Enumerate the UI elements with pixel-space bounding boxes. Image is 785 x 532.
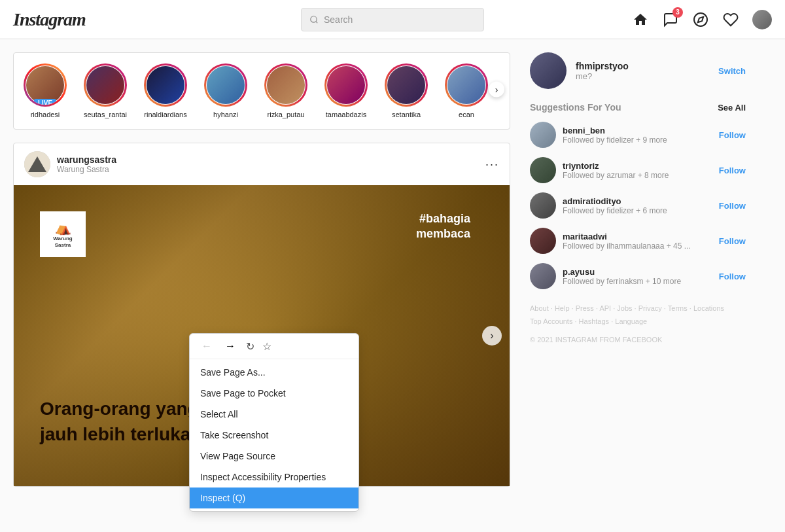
story-item-seutas[interactable]: seutas_rantai <box>79 63 131 118</box>
suggestion-info-admir: admiratiodityo Followed by fidelizer + 6… <box>563 196 712 215</box>
context-menu-save-pocket[interactable]: Save Page to Pocket <box>190 383 358 404</box>
svg-line-1 <box>316 21 318 23</box>
post-more-button[interactable]: ··· <box>485 158 499 171</box>
footer-link-privacy[interactable]: Privacy <box>638 304 662 312</box>
context-menu-nav: ← → ↻ ☆ <box>190 334 358 359</box>
story-avatar-ridhadesi: LIVE <box>24 63 67 107</box>
suggestion-sub-triy: Followed by azrumar + 8 more <box>563 171 712 180</box>
story-username-ridhadesi: ridhadesi <box>31 111 60 118</box>
context-back-button[interactable]: ← <box>199 339 215 353</box>
post-logo: ⛺ WarungSastra <box>40 211 86 257</box>
svg-point-2 <box>694 13 707 26</box>
suggestion-avatar-admir[interactable] <box>530 192 556 219</box>
suggestion-avatar-marita[interactable] <box>530 228 556 254</box>
footer-link-api[interactable]: API <box>599 304 611 312</box>
sidebar: fhmiprstyoo me? Switch Suggestions For Y… <box>510 39 759 532</box>
footer-link-language[interactable]: Language <box>615 317 647 325</box>
suggestion-item-payusu: p.ayusu Followed by ferrinaksm + 10 more… <box>530 263 746 289</box>
context-star-button[interactable]: ☆ <box>262 340 271 353</box>
switch-button[interactable]: Switch <box>718 66 746 76</box>
post-logo-text: WarungSastra <box>53 236 72 248</box>
context-menu: ← → ↻ ☆ Save Page As... Save Page to Poc… <box>189 333 359 512</box>
context-menu-select-all[interactable]: Select All <box>190 404 358 425</box>
explore-icon[interactable] <box>692 11 709 28</box>
context-menu-screenshot[interactable]: Take Screenshot <box>190 425 358 446</box>
messenger-icon[interactable]: 3 <box>662 11 679 28</box>
story-avatar-hyhanzi <box>204 63 247 107</box>
suggestion-info-triy: triyntoriz Followed by azrumar + 8 more <box>563 161 712 180</box>
story-item-tamaab[interactable]: tamaabdazis <box>320 63 372 118</box>
suggestion-item-admir: admiratiodityo Followed by fidelizer + 6… <box>530 192 746 219</box>
profile-username: fhmiprstyoo <box>576 61 709 71</box>
story-username-ecan: ecan <box>459 111 474 118</box>
context-refresh-button[interactable]: ↻ <box>246 340 254 353</box>
context-menu-accessibility[interactable]: Inspect Accessibility Properties <box>190 467 358 488</box>
messenger-badge: 3 <box>672 7 683 18</box>
post-avatar <box>24 151 50 177</box>
suggestion-avatar-benni[interactable] <box>530 122 556 148</box>
suggestion-avatar-payusu[interactable] <box>530 263 556 289</box>
suggestion-item-triy: triyntoriz Followed by azrumar + 8 more … <box>530 157 746 183</box>
post-header: warungsastra Warung Sastra ··· <box>14 143 510 185</box>
story-avatar-rinaldi <box>144 63 187 107</box>
context-menu-items: Save Page As... Save Page to Pocket Sele… <box>190 359 358 511</box>
header: Instagram Search 3 <box>0 0 785 39</box>
footer-link-help[interactable]: Help <box>555 304 570 312</box>
story-item-hyhanzi[interactable]: hyhanzi <box>200 63 252 118</box>
profile-avatar[interactable] <box>530 52 567 89</box>
context-menu-inspect[interactable]: Inspect (Q) <box>190 488 358 508</box>
profile-avatar-nav[interactable] <box>752 10 772 29</box>
feed: LIVE ridhadesi seutas_rantai rina <box>0 39 510 532</box>
suggestion-info-payusu: p.ayusu Followed by ferrinaksm + 10 more <box>563 267 712 286</box>
suggestion-username-triy: triyntoriz <box>563 161 712 171</box>
footer-links: About · Help · Press · API · Jobs · Priv… <box>530 302 746 346</box>
stories-container: LIVE ridhadesi seutas_rantai rina <box>13 52 510 130</box>
story-username-setantika: setantika <box>392 111 421 118</box>
story-item-ridhadesi[interactable]: LIVE ridhadesi <box>19 63 71 118</box>
suggestion-info-benni: benni_ben Followed by fidelizer + 9 more <box>563 126 712 145</box>
story-item-ecan[interactable]: ecan <box>440 63 493 118</box>
live-badge: LIVE <box>34 99 56 107</box>
svg-point-0 <box>311 16 317 22</box>
follow-button-triy[interactable]: Follow <box>719 166 746 175</box>
follow-button-marita[interactable]: Follow <box>719 236 746 246</box>
suggestion-avatar-triy[interactable] <box>530 157 556 183</box>
suggestions-title: Suggestions For You <box>530 102 621 113</box>
context-forward-button[interactable]: → <box>222 339 238 353</box>
heart-icon[interactable] <box>722 11 739 28</box>
footer-link-hashtags[interactable]: Hashtags <box>579 317 609 325</box>
footer-link-terms[interactable]: Terms <box>668 304 688 312</box>
post-user-info: warungsastra Warung Sastra <box>57 154 479 174</box>
see-all-button[interactable]: See All <box>718 103 746 113</box>
story-username-hyhanzi: hyhanzi <box>213 111 238 118</box>
story-item-rizka[interactable]: rizka_putau <box>260 63 312 118</box>
footer-link-top-accounts[interactable]: Top Accounts <box>530 317 572 325</box>
context-menu-save-page[interactable]: Save Page As... <box>190 362 358 383</box>
footer-link-about[interactable]: About <box>530 304 549 312</box>
footer-link-press[interactable]: Press <box>576 304 594 312</box>
context-menu-view-source[interactable]: View Page Source <box>190 446 358 467</box>
suggestion-username-payusu: p.ayusu <box>563 267 712 277</box>
home-icon[interactable] <box>632 11 649 28</box>
search-bar[interactable]: Search <box>301 8 484 31</box>
story-avatar-setantika <box>385 63 428 107</box>
follow-button-payusu[interactable]: Follow <box>719 272 746 281</box>
search-placeholder: Search <box>324 14 353 25</box>
suggestion-sub-payusu: Followed by ferrinaksm + 10 more <box>563 277 712 286</box>
story-item-setantika[interactable]: setantika <box>380 63 432 118</box>
suggestion-sub-benni: Followed by fidelizer + 9 more <box>563 135 712 145</box>
post-username: warungsastra <box>57 154 479 165</box>
stories-list: LIVE ridhadesi seutas_rantai rina <box>19 63 493 118</box>
stories-next-button[interactable]: › <box>489 82 504 98</box>
svg-marker-3 <box>698 16 703 22</box>
footer-link-jobs[interactable]: Jobs <box>617 304 632 312</box>
story-item-rinaldi[interactable]: rinaldiardians <box>139 63 192 118</box>
follow-button-admir[interactable]: Follow <box>719 201 746 211</box>
footer-copyright: © 2021 INSTAGRAM FROM FACEBOOK <box>530 334 746 347</box>
story-avatar-seutas <box>84 63 127 107</box>
instagram-logo: Instagram <box>13 9 86 30</box>
post-next-button[interactable]: › <box>482 326 502 346</box>
footer-link-locations[interactable]: Locations <box>693 304 724 312</box>
suggestion-username-admir: admiratiodityo <box>563 196 712 206</box>
follow-button-benni[interactable]: Follow <box>719 130 746 140</box>
